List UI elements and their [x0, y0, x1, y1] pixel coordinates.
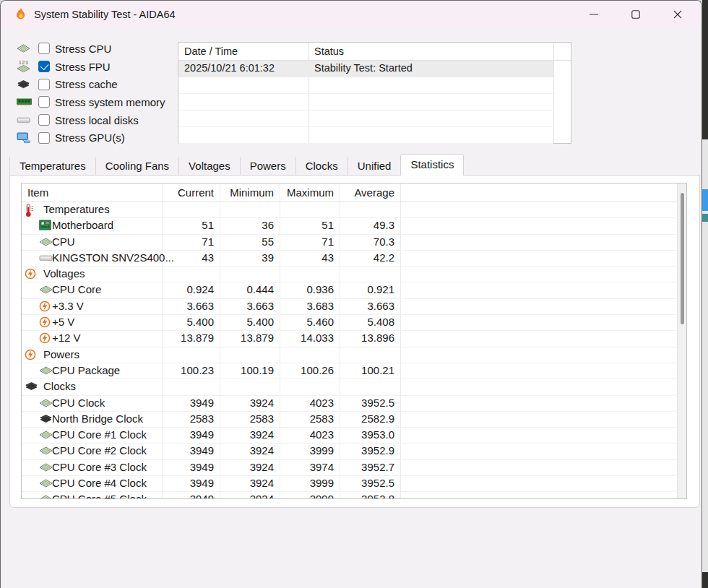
footer: Remaining Battery: No battery Test Start… — [1, 508, 702, 588]
window-title: System Stability Test - AIDA64 — [34, 9, 176, 20]
maximize-button[interactable] — [615, 1, 657, 30]
stats-item-row[interactable]: CPU Core #4 Clock3949392439993952.5 — [22, 476, 686, 492]
stats-maximum: 14.033 — [280, 332, 334, 344]
log-empty-row — [178, 127, 553, 144]
stress-system-memory-checkbox[interactable] — [38, 96, 50, 108]
stress-fpu-checkbox[interactable] — [38, 61, 50, 72]
log-empty-row — [178, 111, 553, 127]
tab-unified[interactable]: Unified — [348, 157, 402, 176]
stats-minimum: 13.879 — [220, 332, 274, 344]
event-log: Date / Time Status 2025/10/21 6:01:32Sta… — [178, 42, 571, 144]
stats-row-label: Voltages — [43, 267, 85, 280]
stats-current: 3.663 — [162, 300, 214, 312]
stats-row-label: CPU — [52, 235, 75, 248]
stats-current: 43 — [162, 251, 214, 264]
stats-maximum: 43 — [280, 251, 334, 264]
stats-maximum: 2583 — [280, 412, 334, 425]
stats-current: 100.23 — [162, 364, 214, 376]
log-empty-row — [178, 77, 553, 94]
stress-cpu-checkbox[interactable] — [38, 43, 50, 54]
stress-gpu-s-checkbox[interactable] — [38, 132, 50, 144]
stats-row-label: Temperatures — [43, 203, 110, 215]
cpu-icon — [39, 365, 53, 377]
column-current[interactable]: Current — [162, 186, 214, 199]
stats-minimum: 36 — [220, 219, 274, 231]
tab-voltages[interactable]: Voltages — [179, 157, 241, 176]
stats-item-row[interactable]: CPU Core0.9240.4440.9360.921 — [22, 282, 686, 298]
stress-local-disks-checkbox[interactable] — [38, 114, 50, 126]
stability-test-window: System Stability Test - AIDA64 Stress CP… — [0, 0, 702, 588]
stats-item-row[interactable]: North Bridge Clock2583258325832582.9 — [22, 412, 686, 428]
stats-item-row[interactable]: CPU Package100.23100.19100.26100.21 — [22, 363, 686, 379]
stats-item-row[interactable]: CPU Core #2 Clock3949392439993952.9 — [22, 444, 686, 459]
stats-item-row[interactable]: Motherboard51365149.3 — [22, 218, 686, 234]
stats-row-label: KINGSTON SNV2S400... — [52, 251, 174, 264]
titlebar: System Stability Test - AIDA64 — [1, 1, 701, 30]
maximize-icon — [631, 9, 640, 22]
stats-item-row[interactable]: CPU71557170.3 — [22, 235, 686, 251]
close-window-button[interactable] — [657, 1, 699, 30]
stats-maximum: 0.936 — [280, 283, 334, 295]
stats-item-row[interactable]: +5 V5.4005.4005.4605.408 — [22, 315, 686, 331]
tab-powers[interactable]: Powers — [241, 157, 296, 176]
stats-item-row[interactable]: +12 V13.87913.87914.03313.896 — [22, 331, 686, 347]
minimize-button[interactable] — [573, 1, 615, 30]
stats-row-label: CPU Core #2 Clock — [52, 444, 147, 457]
stats-current: 3949 — [162, 397, 214, 409]
stats-row-label: Clocks — [43, 380, 76, 392]
stats-maximum: 51 — [280, 219, 334, 231]
stress-cache-checkbox[interactable] — [38, 79, 50, 90]
stats-row-label: Powers — [43, 348, 79, 360]
stats-item-row[interactable]: CPU Clock3949392440233952.5 — [22, 396, 686, 412]
stats-average: 3952.5 — [340, 397, 394, 409]
stats-row-label: CPU Package — [52, 364, 120, 376]
stats-average: 100.21 — [340, 364, 394, 376]
svg-text:3: 3 — [25, 60, 28, 65]
stats-item-row[interactable]: CPU Core #3 Clock3949392439743952.7 — [22, 460, 686, 476]
table-scrollbar[interactable] — [677, 183, 686, 498]
stats-current: 71 — [162, 235, 214, 248]
log-entry[interactable]: 2025/10/21 6:01:32Stability Test: Starte… — [178, 61, 553, 77]
tab-cooling-fans[interactable]: Cooling Fans — [96, 157, 179, 176]
column-minimum[interactable]: Minimum — [220, 186, 274, 199]
log-column-datetime[interactable]: Date / Time — [184, 46, 238, 57]
stats-average: 3952.9 — [340, 444, 394, 457]
gpu-icon — [17, 131, 33, 145]
stats-maximum: 71 — [280, 235, 334, 248]
cpu-icon — [39, 397, 53, 410]
column-item[interactable]: Item — [27, 186, 48, 199]
stress-system-memory-label: Stress system memory — [55, 96, 165, 108]
stats-row-label: CPU Core #1 Clock — [52, 428, 147, 441]
stats-current: 3949 — [162, 493, 214, 499]
column-average[interactable]: Average — [340, 186, 394, 199]
stats-current: 13.879 — [162, 332, 214, 344]
stats-maximum: 3999 — [280, 477, 334, 489]
stats-group-row[interactable]: Voltages — [22, 267, 686, 282]
column-maximum[interactable]: Maximum — [280, 186, 334, 199]
stats-item-row[interactable]: CPU Core #1 Clock3949392440233953.0 — [22, 428, 686, 444]
stats-row-label: CPU Clock — [52, 397, 105, 409]
stress-option-stress-system-memory: Stress system memory — [17, 93, 176, 111]
stats-item-row[interactable]: +3.3 V3.6633.6633.6833.663 — [22, 299, 686, 315]
stress-option-stress-local-disks: Stress local disks — [17, 111, 176, 129]
stats-current: 51 — [162, 219, 214, 231]
stats-item-row[interactable]: KINGSTON SNV2S400...43394342.2 — [22, 251, 686, 267]
scrollbar-thumb[interactable] — [681, 193, 684, 324]
tab-statistics[interactable]: Statistics — [400, 154, 464, 176]
stress-option-stress-gpu-s: Stress GPU(s) — [17, 129, 176, 147]
tab-temperatures[interactable]: Temperatures — [9, 157, 96, 176]
stats-minimum: 3924 — [220, 477, 274, 489]
event-log-header: Date / Time Status — [178, 43, 571, 61]
stats-maximum: 3.683 — [280, 300, 334, 312]
stats-group-row[interactable]: Clocks — [22, 379, 686, 395]
stats-current: 2583 — [162, 412, 214, 425]
stats-group-row[interactable]: Temperatures — [22, 202, 686, 218]
log-column-status[interactable]: Status — [314, 46, 344, 57]
stats-group-row[interactable]: Powers — [22, 347, 686, 363]
tab-clocks[interactable]: Clocks — [296, 157, 348, 176]
tab-bar: TemperaturesCooling FansVoltagesPowersCl… — [9, 154, 463, 176]
cpu-icon — [39, 477, 53, 490]
stress-options-panel: Stress CPU123Stress FPUStress cacheStres… — [17, 40, 176, 147]
stats-maximum: 3999 — [280, 444, 334, 457]
stats-item-row[interactable]: CPU Core #5 Clock3949392439993953.8 — [22, 492, 686, 499]
